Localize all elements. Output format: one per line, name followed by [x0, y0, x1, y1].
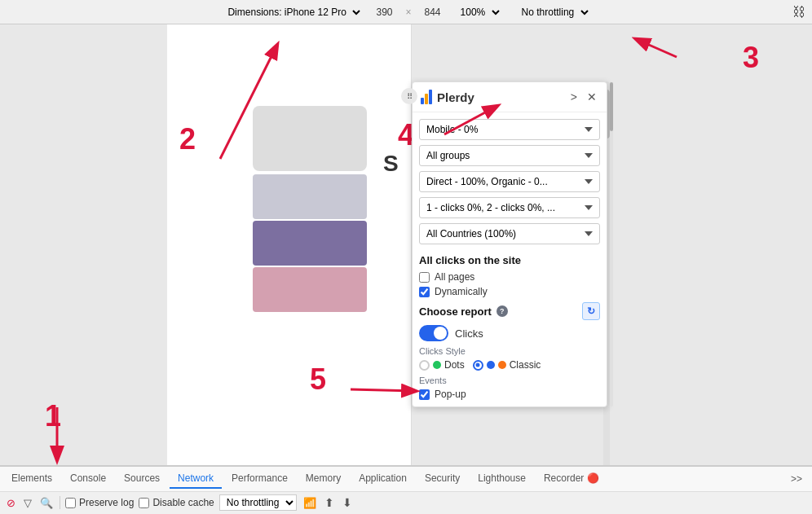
export-button[interactable]: ⬇ — [341, 494, 354, 511]
disable-cache-label[interactable]: Disable cache — [139, 497, 214, 508]
dimension-separator: × — [405, 7, 411, 18]
annotation-3: 3 — [743, 41, 759, 75]
tab-sources[interactable]: Sources — [116, 469, 168, 489]
logo-bar-3 — [429, 90, 432, 104]
classic-label: Classic — [510, 359, 541, 371]
shoe-item-3 — [253, 267, 367, 312]
all-pages-row: All pages — [419, 271, 600, 283]
throttle-selector-bottom[interactable]: No throttling — [219, 494, 297, 511]
plerdy-panel: Plerdy > ✕ Mobile - 0% All groups Direct… — [412, 81, 607, 407]
plerdy-header-actions: > ✕ — [569, 89, 598, 105]
preserve-log-checkbox[interactable] — [65, 498, 76, 508]
shoe-item-2 — [253, 221, 367, 266]
events-section: Events Pop-up — [419, 376, 600, 400]
tab-network[interactable]: Network — [170, 469, 222, 489]
all-clicks-title: All clicks on the site — [419, 254, 600, 266]
countries-dropdown[interactable]: All Countries (100%) — [419, 223, 600, 244]
plerdy-logo: Plerdy — [421, 90, 474, 104]
clicks-style-section: Clicks Style Dots Classic — [419, 346, 600, 371]
devtools-top-bar: Dimensions: iPhone 12 Pro 390 × 844 100%… — [0, 0, 812, 24]
settings-icon[interactable]: ⛓ — [792, 5, 805, 20]
annotation-2: 2 — [179, 122, 196, 156]
preserve-log-text: Preserve log — [79, 497, 134, 508]
clicks-style-label: Clicks Style — [419, 346, 600, 356]
page-content-s: S — [383, 151, 399, 177]
height-value: 844 — [425, 7, 441, 18]
plerdy-scrollbar[interactable] — [610, 82, 613, 406]
width-value: 390 — [376, 7, 392, 18]
classic-orange-dot — [498, 361, 506, 369]
events-label: Events — [419, 376, 600, 385]
classic-radio[interactable] — [473, 360, 483, 371]
annotation-5: 5 — [310, 362, 326, 397]
search-button[interactable]: 🔍 — [38, 495, 55, 511]
tab-elements[interactable]: Elements — [3, 469, 60, 489]
disable-cache-text: Disable cache — [152, 497, 214, 508]
popup-row: Pop-up — [419, 389, 600, 400]
main-content: S ⠿ Plerdy > ✕ — [0, 24, 812, 465]
mobile-dropdown[interactable]: Mobile - 0% — [419, 119, 600, 140]
annotation-1: 1 — [45, 399, 61, 433]
zoom-selector[interactable]: 100% — [454, 4, 502, 20]
devtools-bottom: Elements Console Sources Network Perform… — [0, 465, 812, 514]
preserve-log-label[interactable]: Preserve log — [65, 497, 134, 508]
tab-performance[interactable]: Performance — [223, 469, 296, 489]
clicks-toggle-row: Clicks — [419, 325, 600, 341]
shoe-stack — [253, 174, 375, 312]
shoe-image-area — [253, 106, 375, 310]
all-groups-dropdown[interactable]: All groups — [419, 145, 600, 166]
plerdy-logo-icon — [421, 90, 432, 104]
tab-memory[interactable]: Memory — [298, 469, 349, 489]
dots-radio[interactable] — [419, 360, 430, 371]
tab-recorder[interactable]: Recorder 🔴 — [536, 469, 607, 489]
style-options: Dots Classic — [419, 359, 600, 371]
clicks-dropdown[interactable]: 1 - clicks 0%, 2 - clicks 0%, ... — [419, 197, 600, 218]
shoe-item-1 — [253, 174, 367, 219]
drag-handle[interactable]: ⠿ — [401, 88, 417, 104]
all-pages-checkbox[interactable] — [419, 272, 430, 283]
choose-report-label: Choose report — [419, 305, 492, 318]
devtools-tabs: Elements Console Sources Network Perform… — [0, 467, 812, 492]
plerdy-chevron-button[interactable]: > — [569, 89, 579, 105]
popup-label: Pop-up — [435, 389, 466, 400]
import-button[interactable]: ⬆ — [323, 494, 336, 511]
logo-bar-1 — [421, 98, 424, 104]
clicks-label: Clicks — [455, 327, 483, 340]
dots-green-dot — [433, 361, 441, 369]
shoe-top-image — [253, 106, 367, 171]
dots-label: Dots — [444, 359, 465, 371]
plerdy-close-button[interactable]: ✕ — [585, 89, 598, 105]
plerdy-scrollbar-thumb — [610, 82, 613, 131]
devtools-more-button[interactable]: >> — [784, 470, 809, 488]
help-icon[interactable]: ? — [496, 305, 508, 317]
popup-checkbox[interactable] — [419, 389, 430, 400]
plerdy-title: Plerdy — [437, 90, 474, 104]
device-selector[interactable]: Dimensions: iPhone 12 Pro — [221, 4, 363, 20]
plerdy-header: Plerdy > ✕ — [413, 82, 607, 112]
logo-bar-2 — [425, 94, 428, 104]
tab-security[interactable]: Security — [417, 469, 468, 489]
filter-button[interactable]: ▽ — [22, 495, 33, 511]
direct-organic-dropdown[interactable]: Direct - 100%, Organic - 0... — [419, 171, 600, 192]
dynamically-row: Dynamically — [419, 286, 600, 297]
tab-application[interactable]: Application — [351, 469, 415, 489]
plerdy-panel-body: Mobile - 0% All groups Direct - 100%, Or… — [413, 112, 607, 406]
dots-option[interactable]: Dots — [419, 359, 465, 371]
tab-lighthouse[interactable]: Lighthouse — [470, 469, 534, 489]
wifi-icon: 📶 — [302, 495, 318, 511]
toolbar-divider-1 — [60, 496, 60, 509]
choose-report-row: Choose report ? ↻ — [419, 302, 600, 320]
refresh-button[interactable]: ↻ — [582, 302, 600, 320]
classic-blue-dot — [487, 361, 495, 369]
all-pages-label: All pages — [435, 271, 474, 283]
devtools-toolbar: ⊘ ▽ 🔍 Preserve log Disable cache No thro… — [0, 492, 812, 514]
classic-option[interactable]: Classic — [473, 359, 541, 371]
dynamically-checkbox[interactable] — [419, 287, 430, 297]
stop-recording-button[interactable]: ⊘ — [5, 495, 17, 511]
disable-cache-checkbox[interactable] — [139, 498, 149, 508]
throttle-selector-top[interactable]: No throttling — [515, 4, 591, 20]
dynamically-label: Dynamically — [435, 286, 488, 297]
tab-console[interactable]: Console — [62, 469, 114, 489]
clicks-toggle[interactable] — [419, 325, 448, 341]
